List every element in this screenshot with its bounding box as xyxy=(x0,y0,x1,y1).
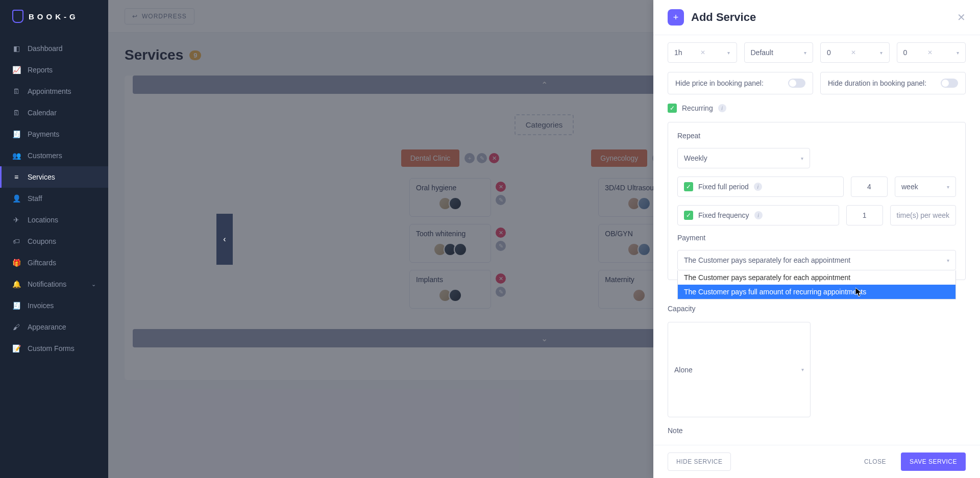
sidebar-item-calendar[interactable]: 🗓Calendar xyxy=(0,102,108,123)
hide-price-label: Hide price in booking panel: xyxy=(675,79,764,87)
appointments-icon: 🗓 xyxy=(12,87,20,95)
sidebar-item-label: Notifications xyxy=(28,280,66,288)
capacity-select[interactable]: Alone ▾ xyxy=(668,322,811,417)
sidebar-item-appointments[interactable]: 🗓Appointments xyxy=(0,81,108,102)
main: ↩ WORDPRESS Services 9 ⌃ Categories Dent… xyxy=(108,0,980,478)
clear-icon[interactable]: ✕ xyxy=(927,49,933,56)
sidebar-item-label: Payments xyxy=(28,130,59,138)
logo-icon xyxy=(12,10,23,23)
sidebar-item-label: Dashboard xyxy=(28,44,63,53)
sidebar-item-appearance[interactable]: 🖌Appearance xyxy=(0,316,108,338)
chevron-down-icon: ▾ xyxy=(947,258,949,263)
fixed-full-period-unit: week xyxy=(901,183,918,191)
fixed-full-period-input[interactable] xyxy=(851,177,888,197)
fixed-frequency-checkbox[interactable]: ✓ xyxy=(684,211,693,220)
payment-dropdown: The Customer pays separately for each ap… xyxy=(677,270,956,299)
panel-header: + Add Service ✕ xyxy=(653,0,980,35)
payment-option-1-label: The Customer pays full amount of recurri… xyxy=(684,288,866,296)
coupons-icon: 🏷 xyxy=(12,237,20,245)
sidebar-item-coupons[interactable]: 🏷Coupons xyxy=(0,231,108,252)
duration-select[interactable]: 1h ✕ ▾ xyxy=(668,42,737,63)
chevron-down-icon: ▾ xyxy=(957,50,959,56)
clear-icon[interactable]: ✕ xyxy=(851,49,856,56)
sidebar-item-custom-forms[interactable]: 📝Custom Forms xyxy=(0,338,108,359)
save-service-button[interactable]: SAVE SERVICE xyxy=(901,452,966,471)
panel-body: 1h ✕ ▾ Default ▾ 0 ✕ ▾ 0 ✕ xyxy=(653,35,980,445)
sidebar-collapse-handle[interactable]: ‹ xyxy=(216,214,233,265)
staff-icon: 👤 xyxy=(12,194,20,203)
sidebar-item-invoices[interactable]: 🧾Invoices xyxy=(0,295,108,316)
sidebar-item-customers[interactable]: 👥Customers xyxy=(0,145,108,166)
logo: BOOK-G xyxy=(0,0,108,33)
services-icon: ≡ xyxy=(12,173,20,181)
sidebar-item-label: Calendar xyxy=(28,109,57,117)
info-icon[interactable]: i xyxy=(718,104,726,112)
sidebar-item-giftcards[interactable]: 🎁Giftcards xyxy=(0,252,108,273)
repeat-value: Weekly xyxy=(684,154,707,162)
sidebar-item-label: Giftcards xyxy=(28,259,56,267)
sidebar-item-dashboard[interactable]: ◧Dashboard xyxy=(0,38,108,59)
sidebar-item-locations[interactable]: ✈Locations xyxy=(0,209,108,231)
repeat-select[interactable]: Weekly ▾ xyxy=(677,148,810,168)
fixed-frequency-input[interactable] xyxy=(846,205,883,225)
customers-icon: 👥 xyxy=(12,152,20,160)
fixed-full-period-unit-select[interactable]: week ▾ xyxy=(895,177,956,197)
hide-duration-card: Hide duration in booking panel: xyxy=(820,72,966,94)
sidebar: BOOK-G ◧Dashboard📈Reports🗓Appointments🗓C… xyxy=(0,0,108,478)
num2-value: 0 xyxy=(903,48,908,57)
giftcards-icon: 🎁 xyxy=(12,259,20,267)
sidebar-item-reports[interactable]: 📈Reports xyxy=(0,59,108,81)
hide-price-card: Hide price in booking panel: xyxy=(668,72,813,94)
sidebar-item-label: Coupons xyxy=(28,237,56,245)
chevron-down-icon: ▾ xyxy=(801,367,804,372)
num1-select[interactable]: 0 ✕ ▾ xyxy=(820,42,890,63)
fixed-full-period-checkbox[interactable]: ✓ xyxy=(684,182,693,191)
num1-value: 0 xyxy=(827,48,831,57)
num2-select[interactable]: 0 ✕ ▾ xyxy=(897,42,966,63)
close-icon[interactable]: ✕ xyxy=(957,11,966,23)
sidebar-item-services[interactable]: ≡Services xyxy=(0,166,108,188)
payment-option-1[interactable]: The Customer pays full amount of recurri… xyxy=(678,285,955,299)
sidebar-item-staff[interactable]: 👤Staff xyxy=(0,188,108,209)
template-select[interactable]: Default ▾ xyxy=(744,42,814,63)
clear-icon[interactable]: ✕ xyxy=(700,49,705,56)
fixed-full-period-card: ✓ Fixed full period i xyxy=(677,177,844,197)
appearance-icon: 🖌 xyxy=(12,323,20,331)
close-button[interactable]: CLOSE xyxy=(855,452,895,471)
recurring-group: Repeat Weekly ▾ ✓ Fixed full period i xyxy=(668,122,966,280)
payment-wrap: The Customer pays separately for each ap… xyxy=(677,250,956,270)
sidebar-item-notifications[interactable]: 🔔Notifications⌄ xyxy=(0,273,108,295)
logo-text: BOOK-G xyxy=(29,12,79,21)
sidebar-item-label: Staff xyxy=(28,194,42,203)
recurring-row: ✓ Recurring i xyxy=(668,104,966,113)
invoices-icon: 🧾 xyxy=(12,301,20,310)
info-icon[interactable]: i xyxy=(754,211,763,219)
plus-icon: + xyxy=(668,9,684,26)
hide-toggles-row: Hide price in booking panel: Hide durati… xyxy=(668,72,966,94)
hide-service-button[interactable]: HIDE SERVICE xyxy=(668,452,731,471)
hide-duration-toggle[interactable] xyxy=(941,79,958,88)
sidebar-item-label: Custom Forms xyxy=(28,344,75,353)
fixed-frequency-unit: time(s) per week xyxy=(890,205,956,225)
sidebar-item-label: Appointments xyxy=(28,87,71,95)
info-icon[interactable]: i xyxy=(754,183,762,191)
fixed-frequency-card: ✓ Fixed frequency i xyxy=(677,205,839,225)
duration-value: 1h xyxy=(674,48,682,57)
recurring-checkbox[interactable]: ✓ xyxy=(668,104,677,113)
sidebar-item-label: Customers xyxy=(28,152,62,160)
payment-option-0[interactable]: The Customer pays separately for each ap… xyxy=(678,270,955,285)
sidebar-item-label: Reports xyxy=(28,66,53,74)
payment-select[interactable]: The Customer pays separately for each ap… xyxy=(677,250,956,270)
calendar-icon: 🗓 xyxy=(12,109,20,117)
fixed-full-period-label: Fixed full period xyxy=(698,183,749,191)
recurring-label: Recurring xyxy=(682,104,713,112)
capacity-value: Alone xyxy=(674,366,693,374)
sidebar-item-label: Services xyxy=(28,173,55,181)
custom-forms-icon: 📝 xyxy=(12,344,20,353)
sidebar-item-label: Locations xyxy=(28,216,58,224)
sidebar-item-payments[interactable]: 🧾Payments xyxy=(0,123,108,145)
capacity-label: Capacity xyxy=(668,305,966,313)
add-service-panel: + Add Service ✕ 1h ✕ ▾ Default ▾ xyxy=(653,0,980,478)
notifications-icon: 🔔 xyxy=(12,280,20,288)
hide-price-toggle[interactable] xyxy=(788,79,805,88)
